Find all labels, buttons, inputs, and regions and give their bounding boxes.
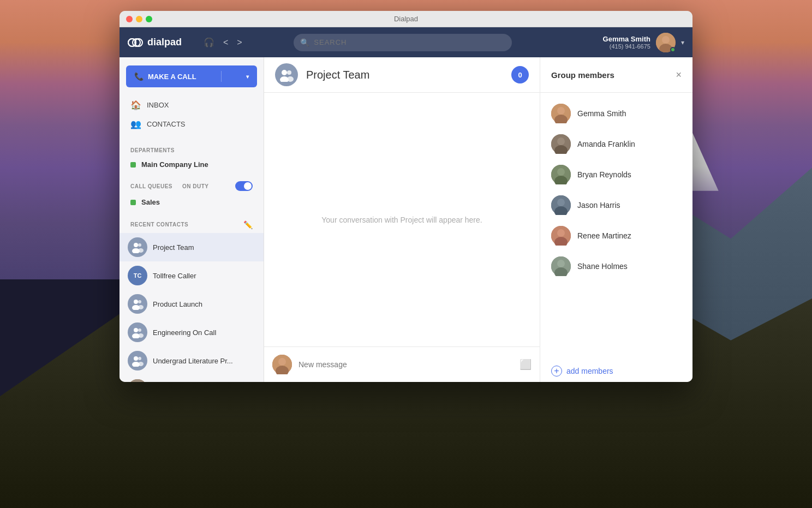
add-members-label: add members xyxy=(566,367,613,375)
contact-avatar-product-launch xyxy=(128,294,147,314)
contacts-icon: 👥 xyxy=(130,119,141,129)
svg-point-30 xyxy=(287,70,291,75)
contact-item-engineering-on-call[interactable]: Engineering On Call xyxy=(120,318,264,346)
recent-contacts-label: RECENT CONTACTS xyxy=(130,219,188,230)
svg-point-31 xyxy=(287,76,294,82)
app-header: dialpad 🎧 < > 🔍 Gemma Smith (415) 941-66… xyxy=(120,27,692,57)
member-item-shane: Shane Holmes xyxy=(540,251,692,282)
call-queues-label: CALL QUEUES xyxy=(130,183,172,189)
forward-button[interactable]: > xyxy=(235,35,244,50)
maximize-button[interactable] xyxy=(146,16,152,22)
sidebar: 📞 MAKE A CALL ▾ 🏠 INBOX 👥 CONTACTS DEPAR… xyxy=(120,57,264,382)
message-input[interactable] xyxy=(298,360,513,369)
forward-icon: > xyxy=(237,38,242,47)
svg-point-19 xyxy=(138,357,141,360)
window-controls xyxy=(126,16,152,22)
svg-point-48 xyxy=(557,229,565,237)
app-window: Dialpad dialpad 🎧 < > 🔍 xyxy=(120,11,692,382)
svg-point-1 xyxy=(135,39,142,46)
svg-point-51 xyxy=(557,260,565,267)
svg-point-15 xyxy=(138,328,141,332)
chat-input-avatar xyxy=(272,355,292,374)
sidebar-item-inbox[interactable]: 🏠 INBOX xyxy=(120,95,264,115)
member-name-shane: Shane Holmes xyxy=(577,262,628,271)
on-duty-label: ON DUTY xyxy=(182,183,209,189)
svg-point-39 xyxy=(557,138,565,145)
group-members-panel: Group members × Gemma Smith xyxy=(540,57,692,382)
dropdown-arrow-icon[interactable]: ▾ xyxy=(681,39,684,46)
attach-button[interactable]: ⬜ xyxy=(520,358,532,370)
svg-point-33 xyxy=(278,358,286,366)
attach-icon: ⬜ xyxy=(520,359,532,370)
svg-point-3 xyxy=(662,36,670,44)
contact-name-undergrad: Undergrad Literature Pr... xyxy=(153,357,233,365)
close-button[interactable] xyxy=(126,16,133,22)
logo: dialpad xyxy=(128,37,193,48)
dialpad-logo-icon xyxy=(128,37,143,48)
chat-group-icon xyxy=(275,63,298,86)
contact-item-tollfree[interactable]: TC Tollfree Caller xyxy=(120,261,264,290)
dept-name: Main Company Line xyxy=(141,160,208,169)
contact-item-undergrad[interactable]: Undergrad Literature Pr... xyxy=(120,346,264,375)
sidebar-nav: 🏠 INBOX 👥 CONTACTS xyxy=(120,93,264,136)
minimize-button[interactable] xyxy=(136,16,142,22)
chat-title: Project Team xyxy=(306,69,369,81)
contact-avatar-tollfree: TC xyxy=(128,266,147,285)
svg-point-21 xyxy=(128,379,147,382)
contact-item-product-launch[interactable]: Product Launch xyxy=(120,290,264,318)
member-name-gemma: Gemma Smith xyxy=(577,109,626,118)
contact-item-shane[interactable]: Shane Holmes xyxy=(120,375,264,382)
search-bar: 🔍 xyxy=(294,34,512,51)
contact-avatar-engineering xyxy=(128,322,147,342)
contact-avatar-project-team xyxy=(128,237,147,257)
svg-point-9 xyxy=(134,300,138,304)
member-item-renee: Renee Martinez xyxy=(540,220,692,251)
member-item-bryan: Bryan Reynolds xyxy=(540,159,692,190)
member-avatar-shane xyxy=(551,256,571,276)
member-name-jason: Jason Harris xyxy=(577,201,620,210)
contact-name-engineering: Engineering On Call xyxy=(153,328,216,337)
member-avatar-bryan xyxy=(551,165,571,184)
contact-item-project-team[interactable]: Project Team xyxy=(120,233,264,261)
user-name: Gemma Smith xyxy=(603,35,650,43)
headset-button[interactable]: 🎧 xyxy=(201,35,217,50)
inbox-label: INBOX xyxy=(147,101,169,109)
empty-chat-message: Your conversation with Project will appe… xyxy=(321,216,482,224)
member-avatar-jason xyxy=(551,195,571,215)
contact-avatar-undergrad xyxy=(128,351,147,370)
window-title: Dialpad xyxy=(394,15,418,23)
svg-point-16 xyxy=(138,333,144,338)
member-list: Gemma Smith Amanda Franklin xyxy=(540,93,692,360)
recent-contacts-header: RECENT CONTACTS ✏️ xyxy=(120,216,264,233)
compose-icon[interactable]: ✏️ xyxy=(243,220,253,229)
sales-label: Sales xyxy=(141,198,160,206)
chat-messages-area: Your conversation with Project will appe… xyxy=(264,93,540,346)
user-avatar-wrapper xyxy=(656,33,676,52)
department-item-main[interactable]: Main Company Line xyxy=(120,156,264,173)
sales-dot xyxy=(130,200,136,205)
svg-point-28 xyxy=(282,70,287,75)
close-panel-button[interactable]: × xyxy=(676,70,682,80)
call-queues-row: CALL QUEUES ON DUTY xyxy=(120,178,264,194)
headset-icon: 🎧 xyxy=(204,37,214,47)
svg-point-0 xyxy=(128,39,136,46)
search-input[interactable] xyxy=(314,38,505,46)
contacts-label: CONTACTS xyxy=(147,120,186,128)
member-count-badge[interactable]: 0 xyxy=(511,66,529,83)
sidebar-item-contacts[interactable]: 👥 CONTACTS xyxy=(120,115,264,134)
add-members-button[interactable]: + add members xyxy=(540,360,692,382)
svg-point-11 xyxy=(138,300,141,303)
contact-avatar-shane xyxy=(128,379,147,382)
back-button[interactable]: < xyxy=(221,35,230,50)
inbox-icon: 🏠 xyxy=(130,100,141,110)
chat-header: Project Team 0 xyxy=(264,57,540,93)
chat-area: Project Team 0 Your conversation with Pr… xyxy=(264,57,540,382)
contact-name-tollfree: Tollfree Caller xyxy=(153,272,196,280)
add-circle-icon: + xyxy=(551,366,562,376)
make-call-button[interactable]: 📞 MAKE A CALL ▾ xyxy=(126,65,257,87)
queue-item-sales[interactable]: Sales xyxy=(120,194,264,211)
user-info: Gemma Smith (415) 941-6675 ▾ xyxy=(603,33,684,52)
user-text: Gemma Smith (415) 941-6675 xyxy=(603,35,650,50)
on-duty-toggle[interactable] xyxy=(235,181,253,191)
dropdown-divider xyxy=(221,71,222,82)
